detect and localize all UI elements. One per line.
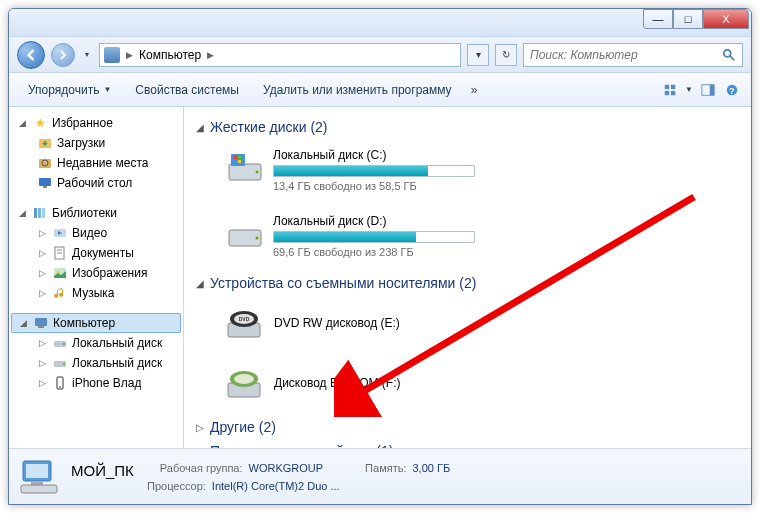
caret-icon: ◢ — [196, 446, 204, 449]
svg-rect-15 — [34, 208, 37, 218]
sidebar-item-documents[interactable]: ▷ Документы — [9, 243, 183, 263]
sidebar-item-desktop[interactable]: Рабочий стол — [9, 173, 183, 193]
svg-text:DVD: DVD — [239, 316, 250, 322]
expander-icon: ▷ — [37, 378, 48, 388]
sidebar-item-local-disk-c[interactable]: ▷ Локальный диск — [9, 333, 183, 353]
drive-dvd[interactable]: DVD DVD RW дисковод (E:) — [220, 299, 480, 347]
svg-rect-53 — [26, 464, 48, 478]
content-pane: ◢ Жесткие диски (2) Локальный диск (C:) … — [184, 107, 751, 448]
capacity-bar — [273, 231, 475, 243]
workgroup-key: Рабочая группа: — [160, 462, 243, 479]
nav-history-dropdown[interactable]: ▾ — [81, 45, 93, 65]
drive-bdrom[interactable]: Дисковод BD-ROM (F:) — [220, 359, 480, 407]
memory-key: Память: — [365, 462, 406, 479]
libraries-icon — [32, 205, 48, 221]
system-properties-button[interactable]: Свойства системы — [124, 78, 250, 102]
sidebar-item-downloads[interactable]: Загрузки — [9, 133, 183, 153]
details-pane: МОЙ_ПК Рабочая группа: WORKGROUP Память:… — [9, 448, 751, 504]
sidebar-item-pictures[interactable]: ▷ Изображения — [9, 263, 183, 283]
toolbar-overflow[interactable]: » — [465, 79, 484, 101]
nav-row: ▾ ▶ Компьютер ▶ ▾ ↻ — [9, 37, 751, 73]
svg-rect-7 — [710, 84, 714, 95]
section-removable[interactable]: ◢ Устройства со съемными носителями (2) — [196, 271, 739, 295]
capacity-bar — [273, 165, 475, 177]
sidebar-favorites[interactable]: ◢ ★ Избранное — [9, 113, 183, 133]
sidebar-item-label: Локальный диск — [72, 356, 162, 370]
svg-text:?: ? — [729, 85, 734, 95]
organize-button[interactable]: Упорядочить ▼ — [17, 78, 122, 102]
computer-large-icon — [17, 455, 61, 499]
svg-rect-17 — [42, 208, 45, 218]
dvd-icon: DVD — [224, 303, 264, 343]
sidebar-item-label: Загрузки — [57, 136, 105, 150]
sidebar-item-label: Рабочий стол — [57, 176, 132, 190]
drive-d[interactable]: Локальный диск (D:) 69,6 ГБ свободно из … — [220, 209, 480, 263]
computer-icon — [33, 315, 49, 331]
maximize-button[interactable]: □ — [673, 9, 703, 29]
sidebar-item-music[interactable]: ▷ Музыка — [9, 283, 183, 303]
svg-rect-14 — [43, 186, 47, 188]
view-options-dropdown[interactable]: ▼ — [683, 80, 695, 100]
toolbar: Упорядочить ▼ Свойства системы Удалить и… — [9, 73, 751, 107]
expander-icon: ▷ — [37, 268, 48, 278]
minimize-button[interactable]: — — [643, 9, 673, 29]
address-dropdown[interactable]: ▾ — [467, 44, 489, 66]
expander-icon: ▷ — [37, 288, 48, 298]
sidebar-libraries[interactable]: ◢ Библиотеки — [9, 203, 183, 223]
search-input[interactable] — [530, 48, 722, 62]
address-bar[interactable]: ▶ Компьютер ▶ — [99, 43, 461, 67]
memory-value: 3,00 ГБ — [412, 462, 450, 479]
sidebar-item-label: Недавние места — [57, 156, 148, 170]
svg-rect-16 — [38, 208, 41, 218]
forward-button[interactable] — [51, 43, 75, 67]
search-box[interactable] — [523, 43, 743, 67]
section-title: Жесткие диски (2) — [210, 119, 328, 135]
sidebar-computer[interactable]: ◢ Компьютер — [11, 313, 181, 333]
expander-icon: ◢ — [17, 208, 28, 218]
sidebar-item-videos[interactable]: ▷ Видео — [9, 223, 183, 243]
desktop-icon — [37, 175, 53, 191]
sidebar-item-label: Локальный диск — [72, 336, 162, 350]
back-button[interactable] — [17, 41, 45, 69]
titlebar: — □ X — [9, 9, 751, 37]
section-title: Портативные устройства (1) — [210, 443, 393, 448]
refresh-button[interactable]: ↻ — [495, 44, 517, 66]
sidebar-item-label: Избранное — [52, 116, 113, 130]
cpu-value: Intel(R) Core(TM)2 Duo ... — [212, 480, 340, 492]
drive-c[interactable]: Локальный диск (C:) 13,4 ГБ свободно из … — [220, 143, 480, 197]
sidebar: ◢ ★ Избранное Загрузки Недавние места — [9, 107, 184, 448]
preview-pane-button[interactable] — [697, 79, 719, 101]
expander-icon: ▷ — [37, 338, 48, 348]
help-button[interactable]: ? — [721, 79, 743, 101]
pictures-icon — [52, 265, 68, 281]
search-icon — [722, 48, 736, 62]
svg-point-47 — [234, 374, 254, 384]
svg-rect-25 — [38, 326, 44, 328]
uninstall-program-button[interactable]: Удалить или изменить программу — [252, 78, 463, 102]
svg-point-27 — [63, 343, 65, 345]
video-icon — [52, 225, 68, 241]
sidebar-item-label: Документы — [72, 246, 134, 260]
section-hdd[interactable]: ◢ Жесткие диски (2) — [196, 115, 739, 139]
svg-rect-54 — [31, 481, 43, 485]
drive-name: Локальный диск (D:) — [273, 214, 475, 228]
svg-rect-24 — [35, 318, 47, 326]
phone-icon — [52, 375, 68, 391]
breadcrumb-computer[interactable]: Компьютер — [139, 48, 201, 62]
sidebar-item-local-disk-d[interactable]: ▷ Локальный диск — [9, 353, 183, 373]
close-button[interactable]: X — [703, 9, 749, 29]
view-options-button[interactable] — [659, 79, 681, 101]
svg-point-29 — [63, 363, 65, 365]
section-other[interactable]: ▷ Другие (2) — [196, 415, 739, 439]
hdd-icon — [225, 148, 265, 188]
downloads-icon — [37, 135, 53, 151]
sidebar-item-recent[interactable]: Недавние места — [9, 153, 183, 173]
section-portable[interactable]: ◢ Портативные устройства (1) — [196, 439, 739, 448]
body: ◢ ★ Избранное Загрузки Недавние места — [9, 107, 751, 448]
details-title: МОЙ_ПК — [71, 462, 134, 479]
device-name: DVD RW дисковод (E:) — [274, 316, 400, 330]
sidebar-item-iphone[interactable]: ▷ iPhone Влад — [9, 373, 183, 393]
sidebar-item-label: Компьютер — [53, 316, 115, 330]
svg-rect-35 — [238, 156, 241, 159]
section-title: Устройства со съемными носителями (2) — [210, 275, 476, 291]
